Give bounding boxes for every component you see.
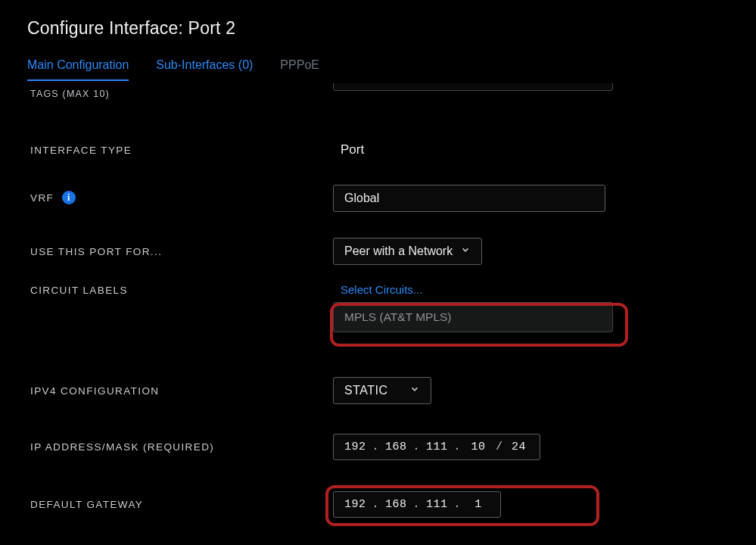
ip-octet-1[interactable]: 192 (344, 441, 366, 453)
use-for-select[interactable]: Peer with a Network (333, 238, 482, 265)
chevron-down-icon (409, 384, 420, 397)
title-port: Port 2 (188, 18, 236, 38)
use-for-value: Peer with a Network (344, 244, 453, 258)
tags-label: TAGS (MAX 10) (30, 89, 110, 99)
gw-label: DEFAULT GATEWAY (30, 499, 333, 510)
ipv4-label: IPV4 CONFIGURATION (30, 385, 333, 397)
chevron-down-icon (460, 244, 471, 258)
gw-octet-4[interactable]: 1 (467, 498, 490, 511)
tags-input[interactable] (333, 83, 613, 91)
ip-label: IP ADDRESS/MASK (REQUIRED) (30, 441, 333, 453)
ip-octet-3[interactable]: 111 (426, 441, 448, 453)
page-title: Configure Interface: Port 2 (27, 18, 729, 39)
tab-pppoe[interactable]: PPPoE (280, 58, 319, 81)
tabs: Main Configuration Sub-Interfaces (0) PP… (27, 58, 729, 82)
vrf-value: Global (344, 192, 379, 205)
ip-octet-4[interactable]: 10 (467, 441, 490, 453)
gw-octet-1[interactable]: 192 (344, 498, 366, 511)
use-for-label: USE THIS PORT FOR... (30, 246, 333, 257)
vrf-label: VRF i (30, 192, 333, 205)
ipv4-select[interactable]: STATIC (333, 377, 431, 404)
ip-mask[interactable]: 24 (509, 441, 529, 453)
ip-octet-2[interactable]: 168 (385, 441, 407, 453)
circuit-label: CIRCUIT LABELS (30, 283, 333, 296)
circuit-value[interactable]: MPLS (AT&T MPLS) (333, 302, 613, 332)
interface-type-label: INTERFACE TYPE (30, 145, 333, 156)
title-prefix: Configure Interface: (27, 18, 188, 38)
vrf-select[interactable]: Global (333, 185, 605, 212)
ipv4-value: STATIC (344, 384, 388, 397)
interface-type-value: Port (333, 142, 364, 157)
select-circuits-link[interactable]: Select Circuits... (341, 283, 729, 296)
gw-input[interactable]: 192 . 168 . 111 . 1 (333, 491, 501, 518)
gw-octet-2[interactable]: 168 (385, 498, 407, 511)
ip-input[interactable]: 192 . 168 . 111 . 10 / 24 (333, 434, 540, 460)
tab-main[interactable]: Main Configuration (27, 58, 129, 81)
gw-octet-3[interactable]: 111 (426, 498, 448, 511)
info-icon[interactable]: i (62, 191, 76, 204)
tab-sub-interfaces[interactable]: Sub-Interfaces (0) (156, 58, 253, 81)
